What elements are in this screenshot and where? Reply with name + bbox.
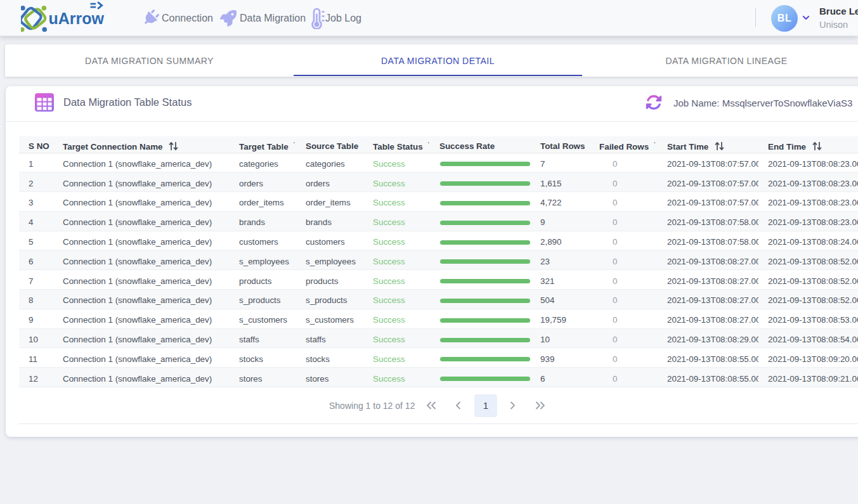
- svg-text:uArrow: uArrow: [49, 10, 105, 27]
